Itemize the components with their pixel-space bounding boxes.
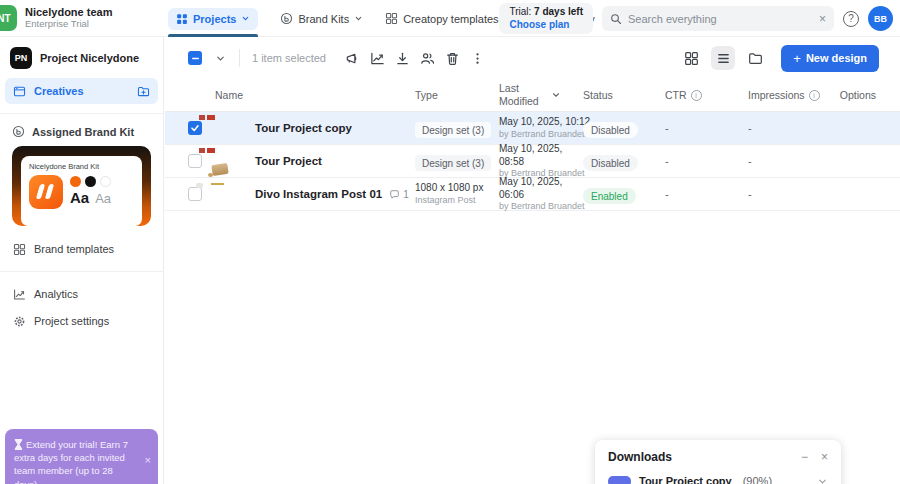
clear-search-icon[interactable]: × — [819, 12, 826, 26]
design-format: Instagram Post — [415, 195, 483, 206]
tab-creatopy-templates[interactable]: Creatopy templates — [385, 0, 498, 37]
header-ctr[interactable]: CTR i — [665, 89, 702, 101]
last-modified: May 10, 2025, 10:12 by Bertrand Bruandet — [499, 116, 590, 140]
row-checkbox[interactable] — [188, 154, 202, 168]
header-type[interactable]: Type — [415, 89, 438, 101]
download-action-icon[interactable] — [390, 46, 415, 71]
team-avatar[interactable]: NT — [0, 5, 17, 31]
new-design-button[interactable]: + New design — [781, 45, 879, 72]
brand-typography-sample: Aa Aa — [70, 189, 111, 206]
table-row[interactable]: Tour Project copy Design set (3) May 10,… — [165, 112, 900, 145]
type-sample-bold: Aa — [70, 189, 89, 206]
analytics-action-icon[interactable] — [365, 46, 390, 71]
project-name: Project Nicelydone — [40, 52, 139, 64]
list-view-icon[interactable] — [711, 46, 735, 70]
trial-badge[interactable]: Trial: 7 days left Choose plan — [499, 3, 593, 34]
design-size: 1080 x 1080 px — [415, 182, 483, 195]
help-icon[interactable]: ? — [843, 11, 859, 27]
delete-action-icon[interactable] — [440, 46, 465, 71]
tab-brand-kits[interactable]: Brand Kits — [280, 0, 363, 37]
grid-view-icon[interactable] — [679, 46, 703, 70]
status-badge: Disabled — [583, 152, 638, 170]
tab-projects[interactable]: Projects — [168, 0, 258, 37]
design-name[interactable]: Divo Instagram Post 01 1 — [255, 188, 409, 200]
sidebar-item-project-settings[interactable]: Project settings — [5, 308, 158, 334]
downloads-panel: Downloads − × Tour Project copy (90%) — [595, 440, 841, 484]
design-name-text: Tour Project — [255, 155, 322, 167]
comments-indicator[interactable]: 1 — [389, 189, 409, 200]
sidebar: PN Project Nicelydone Creatives Assigned… — [0, 37, 164, 484]
ctr-value: - — [665, 122, 669, 134]
new-folder-icon[interactable] — [137, 85, 150, 98]
row-checkbox[interactable] — [188, 187, 202, 201]
design-type-pill: Design set (3) — [415, 155, 491, 171]
sort-chevron-icon[interactable] — [551, 90, 561, 100]
header-name[interactable]: Name — [215, 89, 243, 101]
ad-delivery-action-icon[interactable] — [340, 46, 365, 71]
info-icon[interactable]: i — [691, 90, 702, 101]
search-input[interactable] — [628, 13, 813, 25]
user-avatar[interactable]: BB — [868, 6, 893, 31]
header-impressions-label: Impressions — [748, 89, 805, 101]
design-type: 1080 x 1080 px Instagram Post — [415, 182, 483, 206]
row-checkbox[interactable] — [188, 121, 202, 135]
more-options-icon[interactable] — [465, 46, 490, 71]
modified-author: by Bertrand Bruandet — [499, 201, 585, 212]
design-name[interactable]: Tour Project — [255, 155, 322, 167]
header-status[interactable]: Status — [583, 89, 613, 101]
sidebar-item-creatives[interactable]: Creatives — [5, 78, 158, 104]
status-text: Disabled — [583, 122, 638, 138]
chevron-down-icon — [354, 14, 363, 23]
modified-date: May 10, 2025, 08:58 — [499, 143, 563, 168]
brand-kit-icon — [12, 125, 25, 138]
project-avatar: PN — [10, 47, 32, 69]
project-header[interactable]: PN Project Nicelydone — [0, 37, 163, 77]
swatch-orange — [70, 176, 81, 187]
header-options: Options — [840, 89, 876, 101]
modified-date: May 10, 2025, 10:12 — [499, 116, 590, 129]
info-icon[interactable]: i — [809, 90, 820, 101]
selection-toolbar: 1 item selected — [165, 37, 900, 79]
swatch-black — [85, 176, 96, 187]
brand-kit-card[interactable]: Nicelydone Brand Kit Aa Aa — [12, 146, 151, 226]
status-text: Enabled — [583, 188, 636, 204]
tab-projects-label: Projects — [193, 13, 236, 25]
brand-kit-title: Nicelydone Brand Kit — [29, 162, 134, 171]
header-last-modified[interactable]: Last Modified — [499, 82, 549, 107]
folder-icon[interactable] — [743, 46, 767, 70]
search-bar[interactable]: × — [602, 6, 834, 31]
brand-kit-card-inner: Nicelydone Brand Kit Aa Aa — [21, 156, 142, 226]
search-icon — [610, 13, 622, 25]
impressions-value: - — [748, 188, 752, 200]
sidebar-item-analytics[interactable]: Analytics — [5, 281, 158, 307]
sidebar-divider — [0, 113, 163, 114]
sidebar-item-brand-templates[interactable]: Brand templates — [5, 236, 158, 262]
templates-icon — [385, 12, 398, 25]
design-name[interactable]: Tour Project copy — [255, 122, 352, 134]
close-icon[interactable]: × — [145, 453, 151, 468]
team-plan: Enterprise Trial — [25, 19, 112, 30]
team-meta[interactable]: Nicelydone team Enterprise Trial — [25, 6, 112, 30]
tab-brand-kits-label: Brand Kits — [298, 13, 349, 25]
header-impressions[interactable]: Impressions i — [748, 89, 820, 101]
choose-plan-link[interactable]: Choose plan — [509, 19, 583, 32]
download-item[interactable]: Tour Project copy (90%) — [595, 472, 841, 484]
select-menu-chevron-icon[interactable] — [215, 53, 226, 64]
brand-kit-icon — [280, 12, 293, 25]
status-badge: Disabled — [583, 119, 638, 137]
design-type: Design set (3) — [415, 119, 491, 137]
table-row[interactable]: Divo Instagram Post 01 1 1080 x 1080 px … — [165, 178, 900, 211]
ctr-value: - — [665, 188, 669, 200]
downloads-title: Downloads — [608, 450, 801, 464]
gear-icon — [13, 315, 26, 328]
type-sample-light: Aa — [95, 191, 111, 206]
table-row[interactable]: Tour Project Design set (3) May 10, 2025… — [165, 145, 900, 178]
design-name-text: Tour Project copy — [255, 122, 352, 134]
share-people-action-icon[interactable] — [415, 46, 440, 71]
chevron-down-icon[interactable] — [817, 476, 828, 484]
analytics-label: Analytics — [34, 288, 78, 300]
close-icon[interactable]: × — [821, 451, 828, 463]
status-text: Disabled — [583, 155, 638, 171]
select-all-checkbox[interactable] — [188, 51, 202, 65]
minimize-icon[interactable]: − — [801, 451, 808, 463]
